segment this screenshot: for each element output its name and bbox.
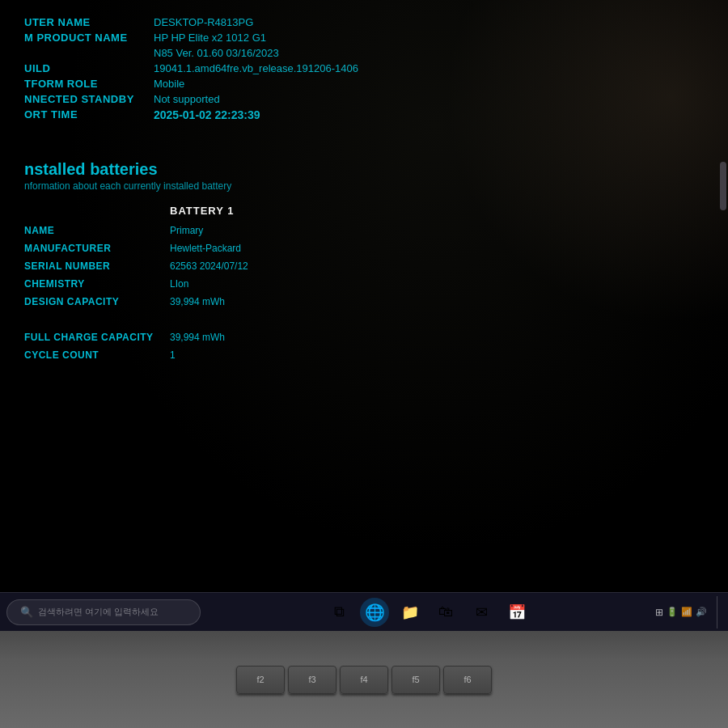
label-connected-standby: NNECTED STANDBY [24,93,154,105]
battery-label-cycle-count: CYCLE COUNT [24,346,170,364]
label-computer-name: UTER NAME [24,16,154,28]
label-report-time: ORT TIME [24,108,154,121]
label-build: UILD [24,62,154,74]
battery-value-chemistry: LIon [170,275,704,293]
key-f6-label: f6 [463,675,471,684]
value-build: 19041.1.amd64fre.vb_release.191206-1406 [154,62,358,74]
info-row-report-time: ORT TIME 2025-01-02 22:23:39 [24,108,704,121]
value-connected-standby: Not supported [154,93,220,105]
value-product-name: HP HP Elite x2 1012 G1 [154,32,266,44]
keyboard-keys: f2 f3 f4 f5 f6 [228,658,500,702]
battery-label-design-capacity: DESIGN CAPACITY [24,293,170,311]
edge-symbol: 🌐 [365,603,385,622]
explorer-symbol: 📁 [401,603,419,621]
key-f4-label: f4 [360,675,367,684]
label-platform-role: TFORM ROLE [24,78,154,90]
batteries-subtitle: nformation about each currently installe… [24,180,704,192]
keyboard-area: f2 f3 f4 f5 f6 [0,631,728,728]
key-f5-label: f5 [412,675,419,684]
value-report-time: 2025-01-02 22:23:39 [154,108,260,121]
info-row-bios: N85 Ver. 01.60 03/16/2023 [24,47,704,59]
report-content: UTER NAME DESKTOP-R4813PG M PRODUCT NAME… [0,0,728,372]
battery-value-name: Primary [170,222,704,239]
taskbar-right: ⊞ 🔋 📶 🔊 [655,596,722,629]
battery-tray-icon: 🔋 [667,607,678,617]
sound-tray-icon: 🔊 [696,607,707,617]
info-row-platform-role: TFORM ROLE Mobile [24,78,704,90]
battery-value-spacer [170,311,704,328]
scrollbar[interactable] [718,0,728,592]
key-f6[interactable]: f6 [443,666,492,694]
store-symbol: 🛍 [438,603,453,620]
battery-header: BATTERY 1 [170,205,704,217]
value-platform-role: Mobile [154,78,184,90]
info-row-computer-name: UTER NAME DESKTOP-R4813PG [24,16,704,28]
battery-table: BATTERY 1 NAME MANUFACTURER SERIAL NUMBE… [24,205,704,364]
task-view-icon[interactable]: ⧉ [324,598,353,627]
key-f3[interactable]: f3 [288,666,336,694]
show-desktop-button[interactable] [717,596,722,629]
battery-data-col: BATTERY 1 Primary Hewlett-Packard 62563 … [170,205,704,364]
label-product-name: M PRODUCT NAME [24,32,154,44]
key-f4[interactable]: f4 [340,666,388,694]
battery-label-manufacturer: MANUFACTURER [24,239,170,257]
system-info-section: UTER NAME DESKTOP-R4813PG M PRODUCT NAME… [24,16,704,121]
value-computer-name: DESKTOP-R4813PG [154,16,253,28]
key-f2[interactable]: f2 [236,666,285,694]
unknown-app-icon[interactable]: 📅 [502,598,531,627]
battery-header-spacer: BATTERY 1 [24,205,170,217]
taskbar-search[interactable]: 🔍 검색하려면 여기에 입력하세요 [6,599,201,625]
unknown-symbol: 📅 [508,603,526,621]
battery-value-cycle-count: 1 [170,346,704,364]
screen-content: UTER NAME DESKTOP-R4813PG M PRODUCT NAME… [0,0,728,631]
battery-label-full-charge: FULL CHARGE CAPACITY [24,328,170,346]
battery-label-name: NAME [24,222,170,239]
value-bios: N85 Ver. 01.60 03/16/2023 [154,47,279,59]
key-f5[interactable]: f5 [392,666,440,694]
scrollbar-thumb[interactable] [720,162,726,210]
mail-symbol: ✉ [476,603,488,621]
spacer [24,138,704,152]
info-row-build: UILD 19041.1.amd64fre.vb_release.191206-… [24,62,704,74]
key-f3-label: f3 [308,675,315,684]
microsoft-store-icon[interactable]: 🛍 [431,598,460,627]
batteries-section: nstalled batteries nformation about each… [24,160,704,364]
screen-area: UTER NAME DESKTOP-R4813PG M PRODUCT NAME… [0,0,728,631]
network-tray-icon: 📶 [681,607,692,617]
battery-labels-col: BATTERY 1 NAME MANUFACTURER SERIAL NUMBE… [24,205,170,364]
battery-value-serial: 62563 2024/07/12 [170,257,704,275]
battery-value-manufacturer: Hewlett-Packard [170,239,704,257]
info-row-product-name: M PRODUCT NAME HP HP Elite x2 1012 G1 [24,32,704,44]
task-view-symbol: ⧉ [334,603,345,620]
taskbar-sys-tray: ⊞ 🔋 📶 🔊 [655,607,707,618]
search-placeholder-text: 검색하려면 여기에 입력하세요 [38,606,159,618]
batteries-title: nstalled batteries [24,160,704,179]
key-f2-label: f2 [256,675,264,684]
show-hidden-icons[interactable]: ⊞ [655,607,663,618]
info-row-connected-standby: NNECTED STANDBY Not supported [24,93,704,105]
battery-value-full-charge: 39,994 mWh [170,328,704,346]
battery-label-serial: SERIAL NUMBER [24,257,170,275]
battery-value-design-capacity: 39,994 mWh [170,293,704,311]
mail-icon[interactable]: ✉ [467,598,496,627]
taskbar-center: ⧉ 🌐 📁 🛍 ✉ 📅 [201,598,655,627]
edge-browser-icon[interactable]: 🌐 [360,598,389,627]
laptop-outer: UTER NAME DESKTOP-R4813PG M PRODUCT NAME… [0,0,728,728]
taskbar: 🔍 검색하려면 여기에 입력하세요 ⧉ 🌐 📁 🛍 [0,592,728,631]
file-explorer-icon[interactable]: 📁 [396,598,425,627]
search-icon: 🔍 [20,606,33,618]
battery-label-chemistry: CHEMISTRY [24,275,170,293]
battery-label-spacer [24,311,170,328]
